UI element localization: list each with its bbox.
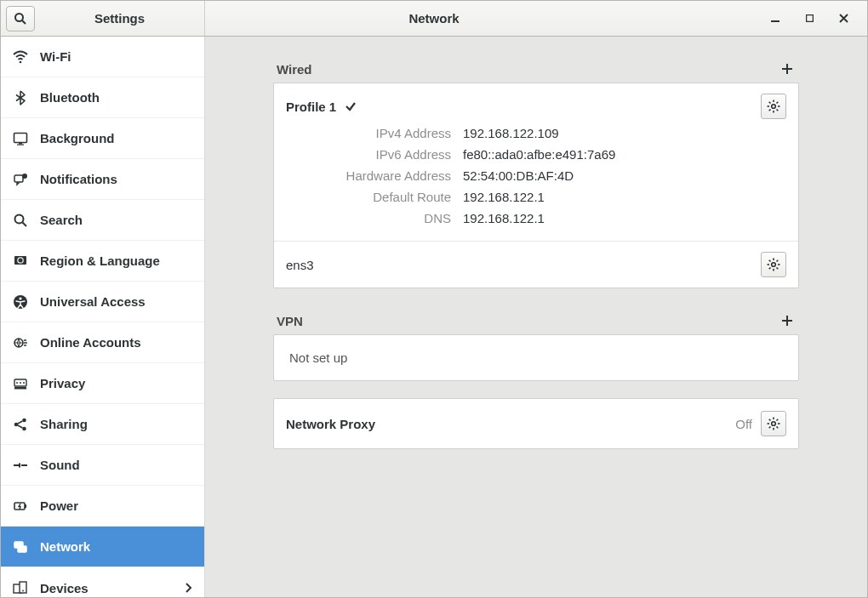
svg-line-48 — [777, 102, 779, 104]
svg-rect-29 — [14, 464, 19, 466]
notifications-icon — [13, 172, 28, 187]
vpn-not-set-up: Not set up — [289, 350, 347, 365]
gear-icon — [767, 258, 780, 271]
sidebar-item-label: Sharing — [40, 417, 88, 431]
sidebar-item-label: Background — [40, 131, 115, 145]
maximize-button[interactable] — [792, 1, 826, 36]
sidebar-item-universal[interactable]: Universal Access — [1, 282, 204, 322]
window-controls — [758, 1, 867, 36]
checkmark-icon — [345, 100, 357, 112]
sidebar-item-search[interactable]: Search — [1, 200, 204, 241]
sharing-icon — [13, 417, 28, 432]
detail-label: IPv4 Address — [298, 126, 451, 140]
chevron-right-icon — [184, 581, 192, 595]
svg-point-38 — [22, 590, 24, 592]
proxy-label: Network Proxy — [286, 417, 735, 431]
svg-point-22 — [23, 382, 25, 384]
wifi-icon — [13, 49, 28, 65]
connection-name: Profile 1 — [286, 100, 357, 114]
sidebar-item-label: Search — [40, 213, 83, 227]
close-button[interactable] — [826, 1, 860, 36]
svg-point-11 — [22, 174, 27, 179]
plus-icon — [781, 63, 793, 75]
connection-settings-button[interactable] — [761, 94, 786, 119]
svg-point-17 — [19, 297, 21, 299]
vpn-section-header: VPN — [273, 312, 799, 334]
gear-icon — [767, 100, 780, 113]
sidebar-item-region[interactable]: Region & Language — [1, 241, 204, 282]
close-icon — [839, 14, 848, 23]
svg-point-61 — [772, 422, 776, 426]
add-wired-button[interactable] — [779, 60, 796, 77]
bluetooth-icon — [13, 90, 28, 105]
wired-connection-ens3: ens3 — [274, 241, 798, 288]
svg-line-67 — [777, 427, 779, 429]
sidebar-item-background[interactable]: Background — [1, 118, 204, 159]
search-icon — [14, 12, 27, 26]
sidebar-item-label: Bluetooth — [40, 90, 100, 105]
page-title: Network — [408, 11, 459, 26]
sidebar-item-sound[interactable]: Sound — [1, 445, 204, 486]
svg-point-20 — [16, 382, 18, 384]
sidebar-item-network[interactable]: Network — [1, 527, 204, 567]
detail-value: 192.168.122.1 — [463, 211, 545, 225]
sidebar-item-label: Privacy — [40, 376, 85, 390]
detail-value: 192.168.122.1 — [463, 190, 545, 204]
svg-point-12 — [15, 214, 24, 223]
detail-row: DNS 192.168.122.1 — [298, 208, 615, 229]
detail-row: Default Route 192.168.122.1 — [298, 186, 615, 208]
add-vpn-button[interactable] — [779, 312, 796, 329]
detail-label: Hardware Address — [298, 168, 451, 183]
detail-label: IPv6 Address — [298, 147, 451, 162]
sidebar-item-online[interactable]: Online Accounts — [1, 322, 204, 363]
network-icon — [13, 539, 28, 555]
svg-rect-10 — [14, 175, 23, 182]
sidebar-item-label: Devices — [40, 581, 89, 595]
sidebar-item-notifications[interactable]: Notifications — [1, 159, 204, 200]
settings-window: Settings Network Wi-Fi Bluetooth — [0, 0, 868, 598]
sidebar-item-sharing[interactable]: Sharing — [1, 404, 204, 445]
svg-rect-8 — [19, 142, 22, 144]
svg-rect-31 — [21, 464, 27, 466]
sidebar: Wi-Fi Bluetooth Background Notifications… — [1, 37, 205, 597]
svg-point-6 — [20, 60, 22, 63]
connection-label: Profile 1 — [286, 100, 336, 114]
svg-line-58 — [769, 268, 771, 270]
sidebar-item-devices[interactable]: Devices — [1, 567, 204, 597]
sidebar-item-label: Region & Language — [40, 253, 160, 268]
maximize-icon — [806, 14, 814, 22]
region-icon — [13, 253, 28, 269]
search-button[interactable] — [6, 6, 35, 31]
detail-value: fe80::ada0:afbe:e491:7a69 — [463, 147, 615, 162]
connection-label: ens3 — [286, 258, 314, 272]
detail-row: IPv6 Address fe80::ada0:afbe:e491:7a69 — [298, 144, 615, 165]
sidebar-item-label: Network — [40, 539, 90, 554]
vpn-panel: Not set up — [273, 334, 799, 381]
minimize-button[interactable] — [758, 1, 792, 36]
sidebar-header: Settings — [1, 1, 205, 36]
sidebar-item-bluetooth[interactable]: Bluetooth — [1, 77, 204, 118]
svg-rect-35 — [18, 546, 26, 552]
sidebar-item-power[interactable]: Power — [1, 486, 204, 527]
proxy-settings-button[interactable] — [761, 411, 786, 436]
svg-point-25 — [22, 418, 26, 422]
proxy-panel: Network Proxy Off — [273, 398, 799, 449]
wired-title: Wired — [277, 62, 312, 77]
body: Wi-Fi Bluetooth Background Notifications… — [1, 37, 867, 597]
vpn-title: VPN — [277, 314, 303, 328]
proxy-status: Off — [735, 417, 761, 431]
detail-value: 52:54:00:DB:AF:4D — [463, 168, 574, 183]
svg-rect-33 — [25, 504, 26, 508]
sidebar-item-wifi[interactable]: Wi-Fi — [1, 37, 204, 77]
svg-rect-3 — [806, 15, 813, 22]
devices-icon — [13, 580, 28, 595]
detail-label: Default Route — [298, 190, 451, 204]
svg-line-66 — [769, 419, 771, 421]
sidebar-item-privacy[interactable]: Privacy — [1, 363, 204, 404]
detail-row: IPv4 Address 192.168.122.109 — [298, 122, 615, 144]
svg-rect-9 — [17, 144, 24, 145]
sidebar-item-label: Online Accounts — [40, 335, 141, 350]
sidebar-item-label: Universal Access — [40, 294, 146, 309]
connection-settings-button[interactable] — [761, 252, 786, 277]
svg-line-55 — [769, 260, 771, 262]
